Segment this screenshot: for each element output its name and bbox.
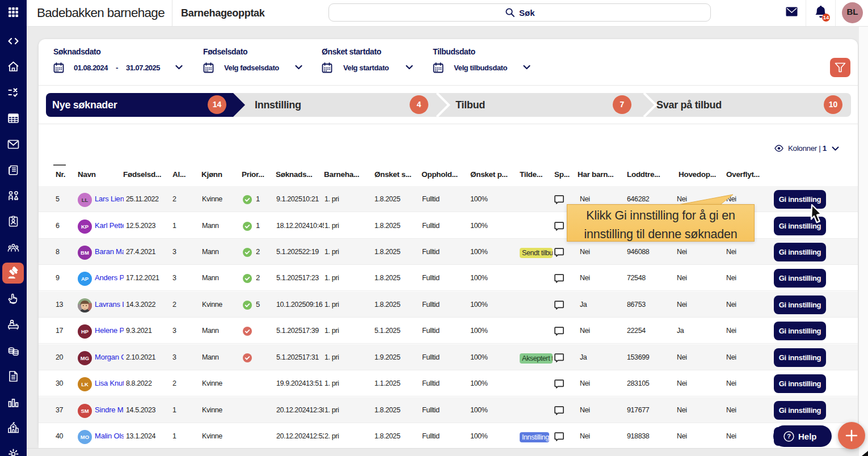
svg-text:14: 14 <box>823 14 829 20</box>
svg-text:?: ? <box>787 433 791 440</box>
